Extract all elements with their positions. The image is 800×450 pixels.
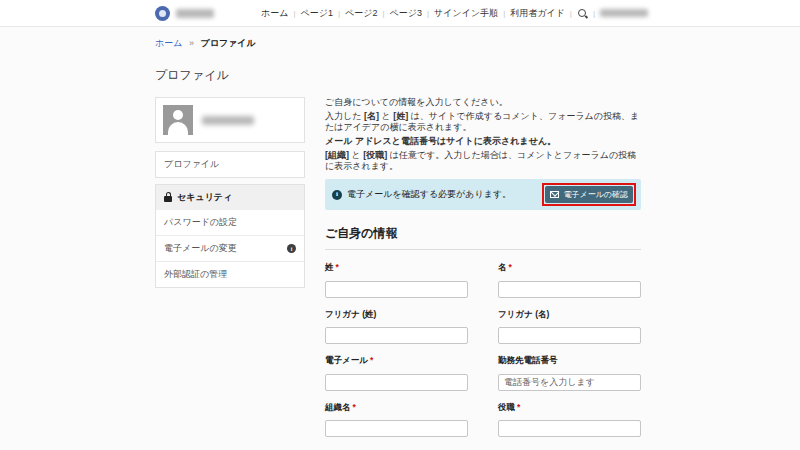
annotation-highlight: 電子メールの確認 bbox=[542, 183, 636, 206]
logo-text-redacted bbox=[176, 9, 214, 18]
first-name-input[interactable] bbox=[498, 281, 641, 298]
profile-sidebar: プロファイル セキュリティ パスワードの設定 電子メールの変更 i bbox=[155, 97, 305, 450]
intro-line-2: 入力した [名] と [姓] は、サイトで作成するコメント、フォーラムの投稿、ま… bbox=[325, 111, 641, 133]
info-icon: i bbox=[332, 190, 342, 200]
last-name-field: 姓* bbox=[325, 262, 468, 298]
nav-home[interactable]: ホーム bbox=[261, 7, 288, 20]
sidebar-item-email-change[interactable]: 電子メールの変更 i bbox=[156, 235, 304, 261]
user-name-redacted bbox=[202, 116, 254, 125]
furigana-last-name-field: フリガナ (姓) bbox=[325, 309, 468, 345]
site-logo[interactable] bbox=[155, 6, 214, 21]
sidebar-item-password-settings[interactable]: パスワードの設定 bbox=[156, 210, 304, 235]
nav-page1[interactable]: ページ1 bbox=[301, 7, 333, 20]
work-phone-input[interactable] bbox=[498, 374, 641, 391]
email-input[interactable] bbox=[325, 374, 468, 391]
breadcrumb-current: プロファイル bbox=[200, 38, 255, 48]
intro-text: ご自身についての情報を入力してください。 入力した [名] と [姓] は、サイ… bbox=[325, 97, 641, 172]
sidebar-item-profile[interactable]: プロファイル bbox=[156, 152, 304, 177]
info-icon: i bbox=[287, 244, 296, 253]
logo-icon bbox=[155, 6, 170, 21]
organization-input[interactable] bbox=[325, 420, 468, 437]
intro-line-4: [組織] と [役職] は任意です。入力した場合は、コメントとフォーラムの投稿に… bbox=[325, 150, 641, 172]
organization-field: 組織名* bbox=[325, 402, 468, 438]
profile-main: ご自身についての情報を入力してください。 入力した [名] と [姓] は、サイ… bbox=[325, 97, 641, 450]
search-icon[interactable] bbox=[577, 8, 588, 19]
username-redacted[interactable] bbox=[600, 9, 648, 17]
last-name-input[interactable] bbox=[325, 281, 468, 298]
email-field: 電子メール* bbox=[325, 355, 468, 391]
personal-info-form: 姓* 名* フリガナ (姓) フリガナ (名) bbox=[325, 262, 641, 437]
nav-page3[interactable]: ページ3 bbox=[390, 7, 422, 20]
sidebar-item-external-auth[interactable]: 外部認証の管理 bbox=[156, 261, 304, 287]
nav-separator: | bbox=[427, 9, 429, 18]
page-body: ホーム » プロファイル プロファイル プロファイル bbox=[0, 27, 800, 450]
furigana-first-name-input[interactable] bbox=[498, 327, 641, 344]
nav-separator: | bbox=[382, 9, 384, 18]
sidebar-menu-security: セキュリティ パスワードの設定 電子メールの変更 i 外部認証の管理 bbox=[155, 184, 305, 288]
nav-separator: | bbox=[503, 9, 505, 18]
confirm-email-button[interactable]: 電子メールの確認 bbox=[545, 186, 633, 203]
sidebar-menu-profile: プロファイル bbox=[155, 151, 305, 178]
work-phone-field: 勤務先電話番号 bbox=[498, 355, 641, 391]
intro-line-1: ご自身についての情報を入力してください。 bbox=[325, 97, 641, 108]
job-title-input[interactable] bbox=[498, 420, 641, 437]
section-title: ご自身の情報 bbox=[325, 225, 641, 250]
nav-user-guide[interactable]: 利用者ガイド bbox=[510, 7, 565, 20]
nav-separator: | bbox=[338, 9, 340, 18]
nav-signin-guide[interactable]: サインイン手順 bbox=[434, 7, 498, 20]
breadcrumb-home-link[interactable]: ホーム bbox=[155, 38, 182, 48]
nav-separator: | bbox=[570, 9, 572, 18]
lock-icon bbox=[164, 196, 172, 202]
top-navbar: ホーム | ページ1 | ページ2 | ページ3 | サインイン手順 | 利用者… bbox=[0, 0, 800, 27]
nav-separator: | bbox=[593, 9, 595, 18]
main-nav: ホーム | ページ1 | ページ2 | ページ3 | サインイン手順 | 利用者… bbox=[261, 7, 648, 20]
nav-separator: | bbox=[293, 9, 295, 18]
first-name-field: 名* bbox=[498, 262, 641, 298]
furigana-last-name-input[interactable] bbox=[325, 327, 468, 344]
email-verification-alert: i 電子メールを確認する必要があります。 電子メールの確認 bbox=[325, 179, 641, 210]
sidebar-group-security: セキュリティ bbox=[156, 185, 304, 210]
page-title: プロファイル bbox=[155, 67, 641, 84]
intro-line-3: メール アドレスと電話番号はサイトに表示されません。 bbox=[325, 136, 641, 147]
job-title-field: 役職* bbox=[498, 402, 641, 438]
breadcrumb-separator: » bbox=[189, 38, 194, 48]
user-card bbox=[155, 97, 305, 143]
furigana-first-name-field: フリガナ (名) bbox=[498, 309, 641, 345]
nav-page2[interactable]: ページ2 bbox=[345, 7, 377, 20]
alert-text: 電子メールを確認する必要があります。 bbox=[347, 188, 511, 201]
avatar bbox=[163, 105, 193, 135]
envelope-icon bbox=[550, 191, 559, 198]
breadcrumb: ホーム » プロファイル bbox=[155, 37, 641, 50]
